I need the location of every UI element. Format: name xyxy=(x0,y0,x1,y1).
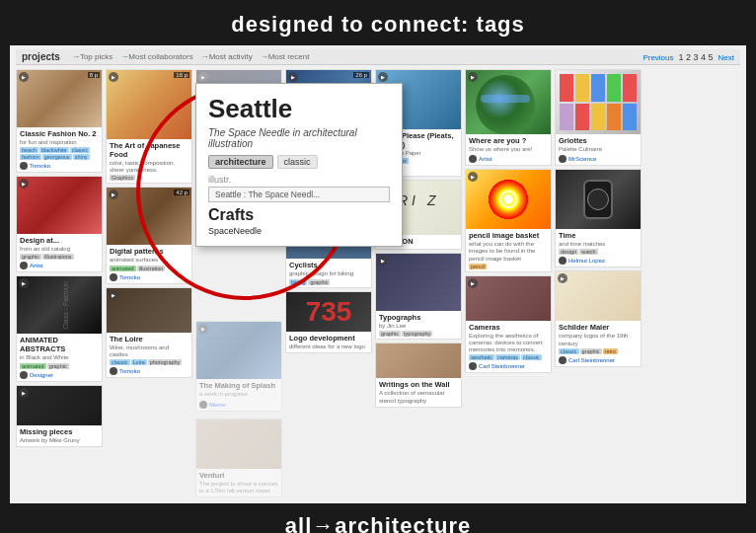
header: designed to connect: tags xyxy=(0,0,756,45)
card-title: Design at... xyxy=(20,236,99,245)
username: Carl Steinbrenner xyxy=(479,363,525,369)
username: Tomoko xyxy=(30,163,50,169)
filter-activity[interactable]: →Most activity xyxy=(201,52,253,61)
popup-tag-architecture[interactable]: architecture xyxy=(208,155,273,169)
card-body: Venturi The project to shoot a concert i… xyxy=(196,469,281,496)
play-icon: ▶ xyxy=(19,179,29,189)
user-icon xyxy=(559,155,567,163)
card-tags: biking graphic xyxy=(289,279,368,285)
card-sub: and time matches xyxy=(559,241,638,248)
card-tags: animated illustration xyxy=(110,266,189,271)
user-icon xyxy=(559,356,567,364)
vertical-class-fashion: Class - Fashion xyxy=(62,257,69,355)
next-link[interactable]: Next xyxy=(718,53,734,62)
tag: pencil xyxy=(469,264,487,269)
user-icon xyxy=(199,401,207,409)
card-splash[interactable]: ▶ The Making of Splash a work in progres… xyxy=(195,321,282,411)
filter-top-picks[interactable]: →Top picks xyxy=(72,52,113,61)
tag: beach xyxy=(20,147,38,153)
tag: cameras xyxy=(495,354,520,360)
card-body: ANIMATED ABSTRACTS in Black and White an… xyxy=(17,334,102,380)
popup-tags: architecture classic xyxy=(208,155,390,169)
filter-collaborators[interactable]: →Most collaborators xyxy=(120,52,192,61)
card-title: Typographs xyxy=(379,313,458,322)
prev-link[interactable]: Previous xyxy=(643,53,673,62)
card-sub: Wine, mushrooms and castles xyxy=(110,344,189,358)
card-venturi[interactable]: Venturi The project to shoot a concert i… xyxy=(195,419,282,497)
tag: watch xyxy=(579,249,597,255)
filter-recent[interactable]: →Most recent xyxy=(261,52,310,61)
play-icon: ▶ xyxy=(378,72,388,82)
card-title: Missing pieces xyxy=(20,427,99,436)
card-sub: The project to shoot a concert in a 170m… xyxy=(199,481,278,495)
card-user: Carl Steinbrenner xyxy=(559,356,638,364)
popup-description: The Space Needle in architectural illust… xyxy=(208,127,390,149)
popup-tag-classic[interactable]: classic xyxy=(277,155,318,169)
card-griottes[interactable]: Griottes Palette Culinaire MrScience xyxy=(555,69,642,166)
card-title: Schilder Maler xyxy=(559,323,638,332)
card-animated[interactable]: ▶ ANIMATED ABSTRACTS in Black and White … xyxy=(16,275,103,381)
card-body: Missing pieces Artwork by Mike Gruny xyxy=(17,425,102,446)
card-title: Cameras xyxy=(469,323,548,332)
card-logo-dev[interactable]: 735 Logo development different ideas for… xyxy=(285,291,372,353)
footer-arrow: → xyxy=(312,513,335,533)
card-missing[interactable]: ▶ Missing pieces Artwork by Mike Gruny xyxy=(16,385,103,447)
col-1: ▶ 8 p Classic Fashion No. 2 for fun and … xyxy=(16,69,103,497)
card-title: Digital patterns xyxy=(110,247,189,256)
popup-search[interactable]: Seattle : The Space Needl... xyxy=(208,187,390,202)
card-tags: design watch xyxy=(559,249,638,255)
card-body: Digital patterns animated surfaces anima… xyxy=(107,245,191,282)
tag: biking xyxy=(289,279,307,285)
card-body: Writings on the Wall A collection of ver… xyxy=(376,378,461,406)
card-title: Cyclists xyxy=(289,261,368,269)
card-pencil[interactable]: ▶ pencil image basket what you can do wi… xyxy=(465,169,552,272)
user-icon xyxy=(110,273,117,281)
card-body: Logo development different ideas for a n… xyxy=(286,332,371,352)
card-sub: different ideas for a new logo xyxy=(289,343,368,350)
cards-grid: ▶ 8 p Classic Fashion No. 2 for fun and … xyxy=(16,65,740,499)
card-sub: by Jin Lee xyxy=(379,323,458,330)
img-counter: 16 p xyxy=(174,72,189,78)
user-icon xyxy=(20,371,28,379)
card-schilder[interactable]: ▶ Schilder Maler company logos of the 19… xyxy=(555,270,642,366)
tag: retro xyxy=(603,348,618,354)
card-japanese-food[interactable]: ▶ 16 p The Art of Japanese Food color, t… xyxy=(106,69,192,184)
card-design-at[interactable]: ▶ Design at... from an old catalog graph… xyxy=(16,176,103,272)
tag: animated xyxy=(110,266,136,271)
page-title: designed to connect: tags xyxy=(0,12,756,38)
popup-city: Seattle xyxy=(208,94,390,124)
play-icon: ▶ xyxy=(468,278,478,288)
card-img-design-at: ▶ xyxy=(17,177,102,234)
play-icon: ▶ xyxy=(288,72,298,82)
username: Designer xyxy=(30,372,53,378)
projects-label: projects xyxy=(22,51,60,62)
card-typographs[interactable]: ▶ Typographs by Jin Lee graphic typograp… xyxy=(375,253,462,340)
card-body: Cameras Exploring the aesthetics of came… xyxy=(466,321,551,373)
card-body: Schilder Maler company logos of the 19th… xyxy=(556,321,641,365)
seattle-popup[interactable]: Seattle The Space Needle in architectura… xyxy=(195,83,403,247)
card-cameras[interactable]: ▶ Cameras Exploring the aesthetics of ca… xyxy=(465,275,552,374)
card-digital-patterns[interactable]: ▶ 42 p Digital patterns animated surface… xyxy=(106,187,192,283)
card-sub: Artwork by Mike Gruny xyxy=(20,437,99,444)
tag: graphic xyxy=(379,331,401,337)
card-user: Artist xyxy=(469,155,548,163)
card-img-schilder: ▶ xyxy=(556,271,641,321)
tag: Loire xyxy=(131,359,147,365)
col-6: ▶ Where are you ? Show us where you are!… xyxy=(465,69,552,497)
user-icon xyxy=(469,155,477,163)
card-classic-fashion[interactable]: ▶ 8 p Classic Fashion No. 2 for fun and … xyxy=(16,69,103,173)
card-title: Venturi xyxy=(199,471,278,480)
card-loire[interactable]: ▶ The Loire Wine, mushrooms and castles … xyxy=(106,287,192,378)
tag: blackwhite xyxy=(39,147,69,153)
card-tags: aesthetic cameras classic xyxy=(469,354,548,360)
card-where-are-you[interactable]: ▶ Where are you ? Show us where you are!… xyxy=(465,69,552,166)
username: Tomoko xyxy=(119,368,140,374)
footer-link[interactable]: architecture xyxy=(335,513,471,533)
img-counter: 42 p xyxy=(174,190,189,195)
card-title: Where are you ? xyxy=(469,136,548,145)
card-time[interactable]: Time and time matches design watch Helmu… xyxy=(555,169,642,267)
play-icon: ▶ xyxy=(109,290,118,300)
pagination: Previous 1 2 3 4 5 Next xyxy=(643,52,734,62)
card-img-time xyxy=(556,170,641,229)
card-writings[interactable]: Writings on the Wall A collection of ver… xyxy=(375,343,462,407)
